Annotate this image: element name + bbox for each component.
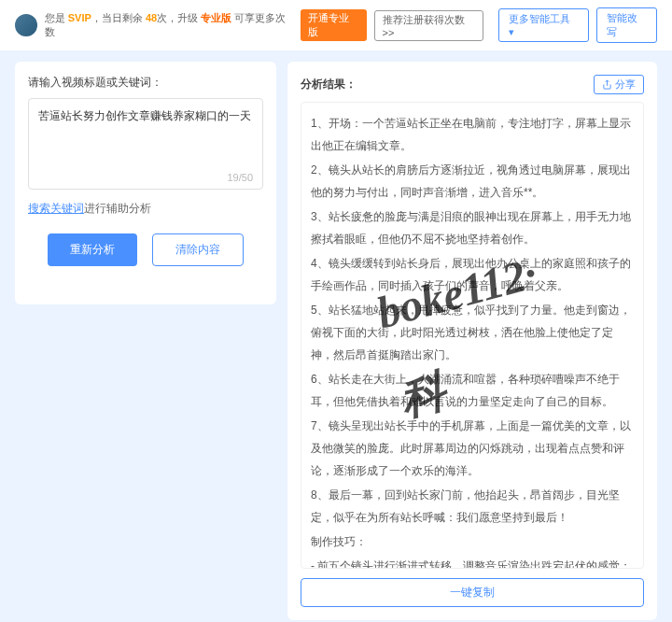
more-tools-button[interactable]: 更多智能工具 ▾ (498, 8, 588, 42)
result-line: 2、镜头从站长的肩膀后方逐渐拉近，视角透过电脑屏幕，展现出他的努力与付出，同时声… (311, 159, 634, 204)
input-label: 请输入视频标题或关键词： (28, 75, 263, 91)
search-keyword-link[interactable]: 搜索关键词 (28, 202, 84, 215)
copy-all-button[interactable]: 一键复制 (301, 578, 644, 607)
keyword-input[interactable] (38, 108, 253, 164)
result-line: 制作技巧： (311, 530, 634, 553)
recommend-register-link[interactable]: 推荐注册获得次数>> (374, 10, 484, 41)
result-title: 分析结果： (301, 77, 357, 92)
share-button[interactable]: 分享 (594, 75, 644, 94)
result-line: 8、最后一幕，回到站长家门前，他抬起头，昂首阔步，目光坚定，似乎在为所有站长呼喊… (311, 484, 634, 529)
share-icon (602, 79, 612, 90)
clear-button[interactable]: 清除内容 (152, 233, 244, 266)
result-line: 1、开场：一个苦逼站长正坐在电脑前，专注地打字，屏幕上显示出他正在编辑文章。 (311, 112, 634, 157)
smart-rewrite-button[interactable]: 智能改写 (596, 7, 658, 43)
reanalyze-button[interactable]: 重新分析 (48, 233, 137, 266)
result-line: 5、站长猛地站起来，甩掉疲惫，似乎找到了力量。他走到窗边，俯视下面的大街，此时阳… (311, 299, 634, 366)
result-line: - 前五个镜头进行渐进式转移，调整音乐渲染出跌宕起伏的感觉； (311, 555, 634, 569)
result-line: 4、镜头缓缓转到站长身后，展现出他办公桌上的家庭照和孩子的手绘画作品，同时插入孩… (311, 252, 634, 297)
status-text: 您是 SVIP，当日剩余 48次，升级 专业版 可享更多次数 (45, 11, 294, 39)
input-panel: 请输入视频标题或关键词： 19/50 搜索关键词进行辅助分析 重新分析 清除内容 (15, 62, 276, 304)
result-line: 3、站长疲惫的脸庞与满是泪痕的眼神出现在屏幕上，用手无力地擦拭着眼眶，但他仍不屈… (311, 205, 634, 250)
upgrade-pro-badge[interactable]: 开通专业版 (301, 9, 366, 41)
result-panel: 分析结果： 分享 boke112·科 1、开场：一个苦逼站长正坐在电脑前，专注地… (287, 62, 657, 620)
helper-text: 搜索关键词进行辅助分析 (28, 201, 263, 217)
result-line: 6、站长走在大街上，人潮涌流和喧嚣，各种琐碎嘈噪声不绝于耳，但他凭借执着和难以言… (311, 368, 634, 413)
avatar (15, 14, 37, 36)
result-line: 7、镜头呈现出站长手中的手机屏幕，上面是一篇优美的文章，以及他微笑的脸庞。此时屏… (311, 415, 634, 482)
char-counter: 19/50 (227, 172, 253, 183)
result-content[interactable]: boke112·科 1、开场：一个苦逼站长正坐在电脑前，专注地打字，屏幕上显示出… (301, 102, 644, 569)
